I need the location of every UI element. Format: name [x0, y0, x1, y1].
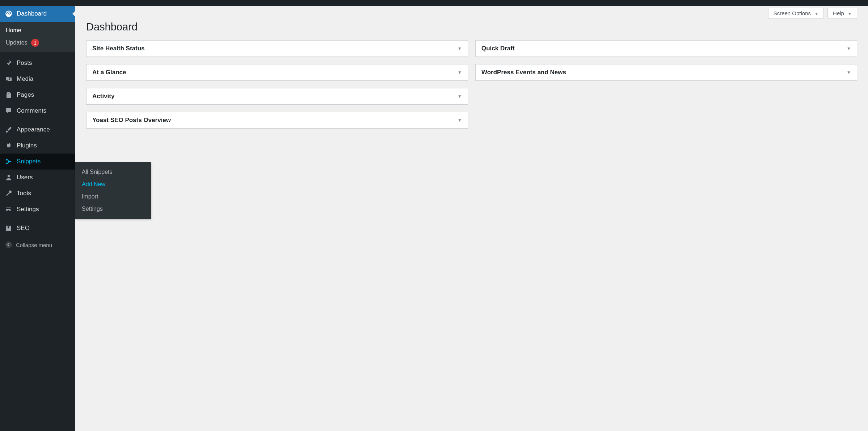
sliders-icon [4, 205, 13, 214]
collapse-icon [4, 240, 13, 249]
sidebar-item-pages[interactable]: Pages [0, 87, 75, 103]
screen-options-tab[interactable]: Screen Options ▼ [768, 8, 824, 19]
widget-toggle[interactable]: WordPress Events and News ▼ [476, 64, 857, 80]
widget-toggle[interactable]: Quick Draft ▼ [476, 41, 857, 57]
svg-point-1 [6, 163, 8, 164]
submenu-home[interactable]: Home [0, 25, 75, 36]
yoast-icon [4, 224, 13, 233]
snippets-flyout: All Snippets Add New Import Settings [75, 162, 151, 219]
sidebar-item-posts[interactable]: Posts [0, 55, 75, 71]
widget-site-health: Site Health Status ▼ [86, 40, 468, 57]
chevron-down-icon: ▼ [848, 12, 852, 16]
submenu-updates[interactable]: Updates 1 [0, 36, 75, 49]
sidebar-item-plugins[interactable]: Plugins [0, 138, 75, 154]
widget-at-a-glance: At a Glance ▼ [86, 64, 468, 81]
widget-toggle[interactable]: Activity ▼ [87, 88, 468, 104]
sidebar-item-label: Plugins [17, 142, 71, 149]
widget-toggle[interactable]: Site Health Status ▼ [87, 41, 468, 57]
flyout-add-new[interactable]: Add New [75, 178, 151, 191]
widget-title: Activity [92, 93, 114, 100]
chevron-down-icon: ▼ [458, 118, 462, 123]
flyout-settings[interactable]: Settings [75, 203, 151, 215]
widget-activity: Activity ▼ [86, 88, 468, 105]
widget-title: Site Health Status [92, 45, 145, 52]
sidebar-item-settings[interactable]: Settings [0, 201, 75, 217]
media-icon [4, 75, 13, 83]
widget-quick-draft: Quick Draft ▼ [475, 40, 857, 57]
chevron-down-icon: ▼ [814, 12, 818, 16]
widget-title: WordPress Events and News [481, 69, 566, 76]
sidebar-item-dashboard[interactable]: Dashboard [0, 6, 75, 22]
sidebar-item-label: Comments [17, 107, 71, 114]
sidebar-item-seo[interactable]: SEO [0, 220, 75, 236]
comments-icon [4, 106, 13, 115]
page-title: Dashboard [86, 21, 857, 33]
scissors-icon [4, 157, 13, 166]
help-label: Help [833, 10, 844, 16]
widget-title: At a Glance [92, 69, 126, 76]
chevron-down-icon: ▼ [458, 70, 462, 75]
brush-icon [4, 125, 13, 134]
widget-title: Yoast SEO Posts Overview [92, 117, 171, 124]
sidebar-item-label: Tools [17, 190, 71, 197]
chevron-down-icon: ▼ [847, 46, 851, 51]
flyout-import[interactable]: Import [75, 191, 151, 203]
sidebar-item-media[interactable]: Media [0, 71, 75, 87]
dashboard-widgets: Site Health Status ▼ At a Glance ▼ Activ… [86, 40, 857, 129]
sidebar-item-label: Users [17, 174, 71, 181]
chevron-down-icon: ▼ [847, 70, 851, 75]
main-content: Screen Options ▼ Help ▼ Dashboard Site H… [75, 6, 868, 139]
widget-toggle[interactable]: Yoast SEO Posts Overview ▼ [87, 112, 468, 128]
sidebar-item-users[interactable]: Users [0, 170, 75, 185]
sidebar-item-label: SEO [17, 225, 71, 232]
svg-point-2 [8, 175, 10, 177]
screen-options-label: Screen Options [774, 10, 811, 16]
sidebar-item-label: Dashboard [17, 10, 71, 17]
pages-icon [4, 91, 13, 99]
svg-point-0 [6, 159, 8, 160]
sidebar-item-label: Snippets [17, 158, 71, 165]
sidebar-item-snippets[interactable]: Snippets [0, 154, 75, 170]
svg-point-3 [5, 242, 12, 248]
contextual-tabs: Screen Options ▼ Help ▼ [86, 6, 857, 19]
widgets-column-right: Quick Draft ▼ WordPress Events and News … [475, 40, 857, 129]
updates-badge: 1 [31, 39, 39, 47]
sidebar-item-comments[interactable]: Comments [0, 103, 75, 119]
widget-wp-news: WordPress Events and News ▼ [475, 64, 857, 81]
collapse-menu[interactable]: Collapse menu [0, 236, 75, 254]
widget-toggle[interactable]: At a Glance ▼ [87, 64, 468, 80]
sidebar-item-appearance[interactable]: Appearance [0, 122, 75, 138]
help-tab[interactable]: Help ▼ [827, 8, 857, 19]
sidebar-item-label: Settings [17, 206, 71, 213]
sidebar-item-label: Media [17, 75, 71, 83]
sidebar-item-label: Posts [17, 59, 71, 67]
admin-sidebar: Dashboard Home Updates 1 Posts Media Pag… [0, 0, 75, 431]
chevron-down-icon: ▼ [458, 94, 462, 99]
widget-yoast-overview: Yoast SEO Posts Overview ▼ [86, 112, 468, 129]
submenu-updates-label: Updates [6, 39, 28, 46]
collapse-label: Collapse menu [16, 242, 52, 248]
dashboard-icon [4, 9, 13, 18]
flyout-all-snippets[interactable]: All Snippets [75, 166, 151, 178]
dashboard-submenu: Home Updates 1 [0, 22, 75, 52]
sidebar-item-label: Pages [17, 91, 71, 99]
chevron-down-icon: ▼ [458, 46, 462, 51]
sidebar-item-label: Appearance [17, 126, 71, 133]
pin-icon [4, 59, 13, 67]
user-icon [4, 173, 13, 182]
plug-icon [4, 141, 13, 150]
widget-title: Quick Draft [481, 45, 515, 52]
wrench-icon [4, 189, 13, 198]
widgets-column-left: Site Health Status ▼ At a Glance ▼ Activ… [86, 40, 468, 129]
sidebar-item-tools[interactable]: Tools [0, 185, 75, 201]
admin-bar [0, 0, 868, 6]
